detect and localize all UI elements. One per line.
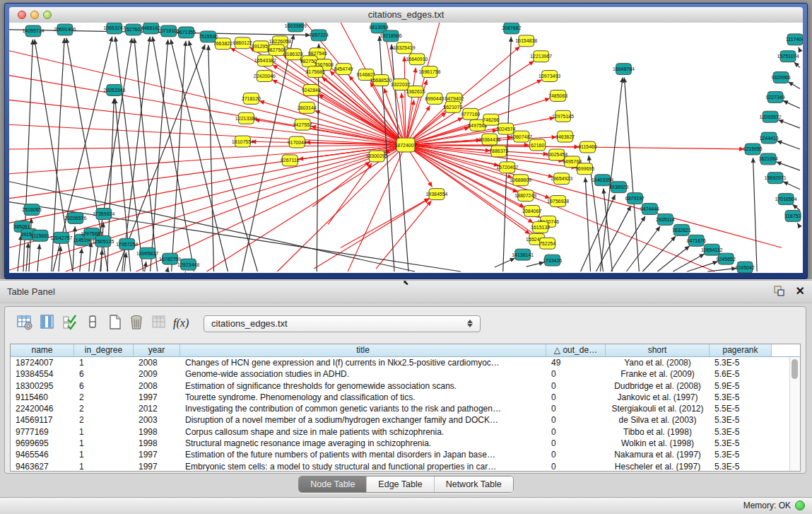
graph-edge[interactable] xyxy=(596,206,631,271)
cell-pagerank: 5.3E-5 xyxy=(710,392,772,403)
graph-edge[interactable] xyxy=(624,78,639,271)
cell-in_degree: 2 xyxy=(74,414,134,426)
graph-node-label: 16154838 xyxy=(515,38,537,43)
graph-node-label: 7515536 xyxy=(199,34,218,39)
select-columns-icon[interactable] xyxy=(61,314,80,332)
cell-title: Estimation of significance thresholds fo… xyxy=(180,380,546,392)
graph-node-label: 14055714 xyxy=(22,28,44,33)
memory-status-label: Memory: OK xyxy=(743,501,791,510)
graph-edge[interactable] xyxy=(626,226,660,271)
table-row[interactable]: 1830029562008Estimation of significance … xyxy=(11,380,800,392)
tab-network-table[interactable]: Network Table xyxy=(434,477,513,492)
network-window-titlebar[interactable]: citations_edges.txt xyxy=(9,7,803,23)
cell-short: Yano et al. (2008) xyxy=(606,357,710,368)
graph-edge[interactable] xyxy=(115,37,143,271)
graph-node-label: 752254 xyxy=(539,241,555,246)
graph-node-label: 9827546 xyxy=(308,51,327,56)
cell-out_degree: 0 xyxy=(546,368,606,380)
graph-node-label: 15692971 xyxy=(765,175,787,180)
graph-edge[interactable] xyxy=(581,195,616,271)
graph-node-label: 8860122 xyxy=(233,40,252,45)
table-row[interactable]: 1938455462009Genome-wide association stu… xyxy=(11,368,800,380)
graph-node-label: 9671355 xyxy=(177,30,196,35)
table-row[interactable]: 946554611997Estimation of the future num… xyxy=(11,449,800,460)
graph-edge[interactable] xyxy=(66,145,406,271)
table-row[interactable]: 969969511998Structural magnetic resonanc… xyxy=(11,438,800,449)
graph-node-label: 16403354 xyxy=(592,177,613,182)
column-header-title[interactable]: title xyxy=(180,344,546,357)
graph-node-label: 2516065 xyxy=(22,207,41,212)
graph-edge[interactable] xyxy=(9,145,406,199)
table-row[interactable]: 2242004622012Investigating the contribut… xyxy=(11,403,800,414)
cell-out_degree: 0 xyxy=(546,380,606,392)
graph-edge[interactable] xyxy=(73,226,75,271)
network-view-canvas[interactable]: 1405571420691406106532471527602646616210… xyxy=(9,23,803,273)
graph-edge[interactable] xyxy=(348,145,406,271)
cell-short: de Silva et al. (2003) xyxy=(606,414,710,426)
cell-in_degree: 1 xyxy=(74,449,134,460)
column-header-pagerank[interactable]: pagerank xyxy=(710,344,772,357)
desktop: { "window": { "title": "citations_edges.… xyxy=(0,0,812,514)
scrollbar-thumb[interactable] xyxy=(792,359,798,379)
graph-node-label: 8813054 xyxy=(369,25,388,30)
column-header-short[interactable]: short xyxy=(606,344,710,357)
column-header-year[interactable]: year xyxy=(134,344,180,357)
close-panel-icon[interactable]: ✕ xyxy=(796,285,805,298)
table-row[interactable]: 977716911998Corpus callosum shape and si… xyxy=(11,426,800,438)
graph-edge[interactable] xyxy=(317,44,319,271)
graph-node-label: 18300295 xyxy=(366,153,388,158)
cell-year: 1997 xyxy=(134,461,180,472)
table-row[interactable]: 1872400712008Changes of HCN gene express… xyxy=(11,357,800,368)
row-selector-icon[interactable] xyxy=(84,314,102,332)
edge-arrowhead xyxy=(587,156,592,160)
graph-edge[interactable] xyxy=(9,145,406,149)
graph-edge[interactable] xyxy=(753,158,758,271)
graph-edge[interactable] xyxy=(242,35,293,271)
table-row[interactable]: 946362711997Embryonic stem cells: a mode… xyxy=(11,461,800,472)
table-settings-icon[interactable] xyxy=(16,314,35,332)
table-scrollbar[interactable] xyxy=(789,357,800,471)
function-builder-icon[interactable]: f(x) xyxy=(173,314,192,332)
graph-edge[interactable] xyxy=(312,161,370,206)
table-row[interactable]: 911546021997Tourette syndrome. Phenomeno… xyxy=(11,392,800,403)
cell-out_degree: 0 xyxy=(546,449,606,460)
new-column-icon[interactable] xyxy=(107,314,125,332)
status-bar: Memory: OK xyxy=(0,497,812,514)
table-row[interactable]: 1456911722003Disruption of a novel membe… xyxy=(11,414,800,426)
graph-node-label: 1621064 xyxy=(758,156,777,161)
cell-name: 18724007 xyxy=(11,357,74,368)
table-source-select[interactable]: citations_edges.txt xyxy=(204,315,481,332)
tab-edge-table[interactable]: Edge Table xyxy=(366,477,433,492)
graph-edge[interactable] xyxy=(341,198,429,247)
edge-arrowhead xyxy=(165,267,169,272)
graph-node-label: 15720407 xyxy=(496,165,518,170)
edge-arrowhead xyxy=(778,119,784,124)
graph-edge[interactable] xyxy=(170,40,228,271)
cell-pagerank: 5.3E-5 xyxy=(710,426,772,438)
graph-edge[interactable] xyxy=(328,163,372,225)
graph-node-label: 15688520 xyxy=(370,78,392,83)
graph-edge[interactable] xyxy=(611,216,645,271)
cell-year: 1998 xyxy=(134,438,180,449)
graph-edge[interactable] xyxy=(392,45,408,271)
graph-node-label: 20364436 xyxy=(478,137,500,142)
graph-edge[interactable] xyxy=(585,177,590,271)
edge-arrowhead xyxy=(182,272,186,273)
column-header-in_degree[interactable]: in_degree xyxy=(74,344,134,357)
column-header-out_degree[interactable]: △ out_de… xyxy=(546,344,606,357)
column-header-name[interactable]: name xyxy=(11,344,74,357)
graph-node-label: 7832621 xyxy=(672,228,691,233)
float-panel-icon[interactable] xyxy=(773,286,786,297)
citation-network-graph[interactable]: 1405571420691406106532471527602646616210… xyxy=(9,23,803,273)
edge-arrowhead xyxy=(528,218,534,223)
graph-node-label: 12505135 xyxy=(92,239,114,244)
memory-status-indicator[interactable] xyxy=(795,501,805,510)
graph-edge[interactable] xyxy=(136,145,406,271)
graph-edge[interactable] xyxy=(406,145,714,271)
graph-edge[interactable] xyxy=(406,23,440,145)
tab-node-table[interactable]: Node Table xyxy=(299,477,366,492)
graph-edge[interactable] xyxy=(9,145,406,174)
graph-edge[interactable] xyxy=(18,235,21,271)
delete-column-icon[interactable] xyxy=(128,314,146,332)
column-visibility-icon[interactable] xyxy=(39,314,57,332)
